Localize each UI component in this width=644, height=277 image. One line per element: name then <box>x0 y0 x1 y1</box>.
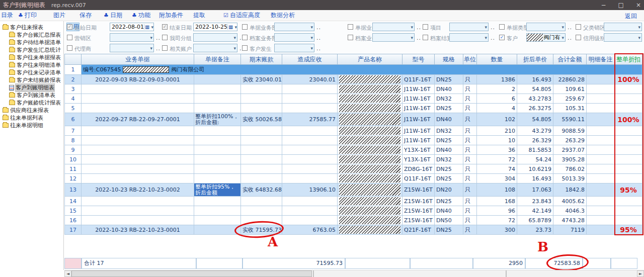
table-row-14[interactable]: 14Z15W-16TDN25只16823.8434005.62 <box>64 197 642 206</box>
table-row-8[interactable]: 8J11W-16TDN25只1026.329263.29 <box>64 136 642 145</box>
sidebar-item-客户到账清单表[interactable]: 客户到账清单表 <box>0 91 63 99</box>
horizontal-scrollbar[interactable]: ◄ ► <box>64 270 644 277</box>
more-button-项目[interactable]: .. <box>491 24 495 31</box>
column-header-规格[interactable]: 规格 <box>435 54 463 65</box>
menu-日期[interactable]: ♣日期 <box>104 11 122 20</box>
table-row-5[interactable]: 5J11W-16TDN25只426.3275105.31 <box>64 104 642 113</box>
sidebar-item-客户往来明细清单[interactable]: 客户往来明细清单 <box>0 61 63 69</box>
checkbox-单据业务员[interactable] <box>348 24 353 30</box>
menu-目录[interactable]: 目录 <box>1 11 13 20</box>
menu-自适应高度[interactable]: ☑自适应高度 <box>223 11 260 20</box>
sidebar-item-客户到账明细表[interactable]: 客户到账明细表 <box>0 84 63 91</box>
customer-row[interactable]: 1编号:C067545阀门有限公司 <box>64 65 642 75</box>
checkbox-档案业务部[interactable] <box>242 35 248 40</box>
column-header-单位[interactable]: 单位 <box>463 54 477 65</box>
checkbox-客户发生[interactable] <box>242 45 248 51</box>
table-row-17[interactable]: 172022-10-23 RB-22-10-23-0001实收 71595.73… <box>64 225 642 235</box>
table-row-13[interactable]: 132022-10-23 RB-22-10-23-0002整单折扣95%，折后金… <box>64 183 642 197</box>
sidebar-item-往来单据明细[interactable]: 往来单据明细 <box>0 122 63 129</box>
checkbox-单据类型[interactable] <box>499 24 505 30</box>
scroll-right-icon[interactable]: ► <box>637 270 644 277</box>
menu-return[interactable]: 返回 <box>625 12 637 21</box>
sidebar-item-客户账龄统计报表[interactable]: 客户账龄统计报表 <box>0 99 63 107</box>
scroll-left-icon[interactable]: ◄ <box>64 270 71 277</box>
menu-功能[interactable]: ♣功能 <box>132 11 150 20</box>
column-header-单据备注[interactable]: 单据备注 <box>194 54 241 65</box>
sidebar-item-客户往来报表[interactable]: 客户往来报表 <box>0 24 63 31</box>
sidebar-item-往来单据列表[interactable]: 往来单据列表 <box>0 114 63 122</box>
more-button-客户[interactable]: .. <box>568 35 572 41</box>
checkbox-项目[interactable] <box>423 24 428 30</box>
checkbox-营销区[interactable] <box>67 35 72 40</box>
table-row-12[interactable]: 12Q11F-16TDN25只30416.4935013.39 <box>64 174 642 183</box>
maximize-button[interactable]: □ <box>618 2 624 9</box>
sidebar-item-客户往来记录清单[interactable]: 客户往来记录清单 <box>0 69 63 76</box>
checkbox-结束日期[interactable]: ✓ <box>162 24 168 30</box>
filter-field-档案业务部[interactable]: ▾ <box>274 33 314 42</box>
menu-数据分析[interactable]: 数据分析 <box>271 11 295 20</box>
table-row-9[interactable]: 9Y13X-16TDN40只3681.58532937.07 <box>64 145 642 155</box>
checkbox-单据业务部[interactable] <box>242 24 248 30</box>
table-row-16[interactable]: 16Z15W-16TDN50只7265.87894743.28 <box>64 216 642 225</box>
minimize-button[interactable]: − <box>601 2 606 9</box>
checkbox-信用级别[interactable] <box>576 35 581 40</box>
table-row-3[interactable]: 3J11W-16TDN40只254.805109.61 <box>64 84 642 94</box>
more-button-档案业务部[interactable]: .. <box>316 35 321 41</box>
table-row-2[interactable]: 22022-09-03 RB-22-09-03-0001实收 23040.012… <box>64 75 642 84</box>
filter-field-信用级别[interactable]: ▾ <box>604 33 642 42</box>
filter-field-我司分组[interactable]: ▾ <box>193 33 237 42</box>
checkbox-我司分组[interactable] <box>162 35 168 40</box>
close-button[interactable]: × <box>636 2 641 9</box>
checkbox-起始日期[interactable]: ✓ <box>67 24 72 30</box>
filter-field-单据类型[interactable]: ▾ <box>526 23 566 31</box>
filter-field-起始日期[interactable]: 2022-08-01▦▾ <box>110 23 154 31</box>
filter-field-单据业务部[interactable]: ▾ <box>274 23 314 31</box>
column-header-造成应收[interactable]: 造成应收 <box>282 54 338 65</box>
column-header-折后单价[interactable]: 折后单价 <box>517 54 553 65</box>
column-header-数量[interactable]: 数量 <box>477 54 517 65</box>
filter-field-单据业务员[interactable]: ▾ <box>372 23 415 31</box>
checkbox-档案结算[interactable] <box>423 35 428 40</box>
menu-附加条件[interactable]: 附加条件 <box>159 11 183 20</box>
more-button-单据类型[interactable]: .. <box>568 24 572 31</box>
filter-field-营销区[interactable]: ▾ <box>110 33 154 42</box>
menu-保存[interactable]: 保存 <box>79 11 92 20</box>
column-header-合计金额[interactable]: 合计金额 <box>553 54 587 65</box>
checkbox-父类销区[interactable] <box>576 24 581 30</box>
more-button-代理商[interactable]: .. <box>156 45 160 52</box>
more-button-单据业务员[interactable]: .. <box>417 24 421 31</box>
table-row-6[interactable]: 62022-09-27 RB-22-09-27-0001整单折扣100%，折后金… <box>64 113 642 126</box>
sidebar-item-客户未结账龄报表[interactable]: 客户未结账龄报表 <box>0 76 63 84</box>
sidebar-item-客户台账汇总报表[interactable]: 客户台账汇总报表 <box>0 31 63 39</box>
more-button-单据业务部[interactable]: .. <box>316 24 321 31</box>
table-row-15[interactable]: 15Z15W-16TDN40只9642.1494046.3 <box>64 206 642 216</box>
sidebar-item-客户发生汇总统计[interactable]: 客户发生汇总统计 <box>0 46 63 54</box>
column-header-seq[interactable] <box>64 54 82 65</box>
filter-field-代理商[interactable]: ▾ <box>110 44 154 52</box>
scrollbar-thumb[interactable] <box>71 270 312 277</box>
filter-field-结束日期[interactable]: 2022-10-25▦▾ <box>193 23 237 31</box>
menu-打印[interactable]: ♣打印 <box>18 11 37 20</box>
checkbox-档案业务员[interactable] <box>348 35 353 40</box>
filter-field-项目[interactable]: ▾ <box>449 23 489 31</box>
column-header-期末账款[interactable]: 期末账款 <box>241 54 282 65</box>
filter-field-父类销区[interactable]: ▾ <box>604 23 642 31</box>
table-row-10[interactable]: 10Y13X-16TDN32只7254.243905.28 <box>64 155 642 164</box>
checkbox-客户[interactable]: ✓ <box>499 35 505 40</box>
sidebar-item-供应商往来报表[interactable]: 供应商往来报表 <box>0 107 63 114</box>
checkbox-代理商[interactable] <box>67 45 72 51</box>
column-header-业务单据[interactable]: 业务单据 <box>82 54 194 65</box>
column-header-产品名称[interactable]: 产品名称 <box>338 54 403 65</box>
sidebar-item-客户往来单据报表[interactable]: 客户往来单据报表 <box>0 54 63 61</box>
checkbox-相关账户[interactable] <box>162 45 168 51</box>
menu-图片[interactable]: 图片 <box>53 11 65 20</box>
table-row-7[interactable]: 7J11W-16TDN32只21043.2799088.59 <box>64 126 642 136</box>
column-header-整单折扣[interactable]: 整单折扣 <box>615 54 642 65</box>
more-button-客户发生[interactable]: .. <box>316 45 321 52</box>
filter-field-档案业务员[interactable]: ▾ <box>372 33 415 42</box>
column-header-明细备注[interactable]: 明细备注 <box>587 54 615 65</box>
sidebar-item-客户待结单据清单[interactable]: 客户待结单据清单 <box>0 39 63 46</box>
more-button-档案结算[interactable]: .. <box>491 35 495 41</box>
table-row-11[interactable]: 11ZD8G-16TDN25只7410.6219786.02 <box>64 164 642 174</box>
table-row-4[interactable]: 4J11W-16TDN32只643.2783259.67 <box>64 94 642 104</box>
